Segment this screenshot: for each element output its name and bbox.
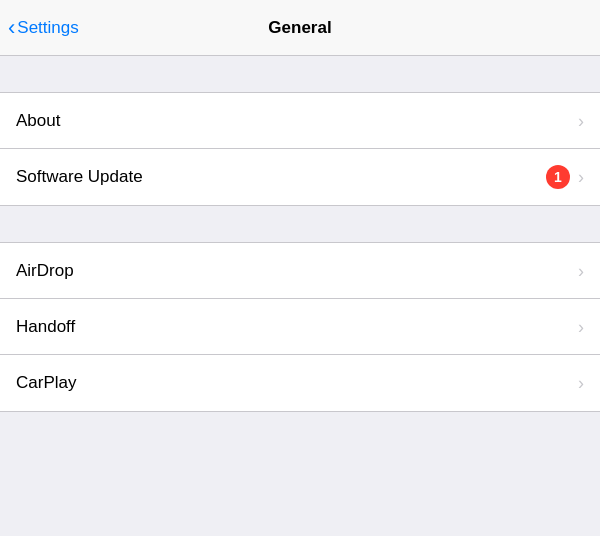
page-title: General [268, 18, 331, 38]
settings-row-handoff[interactable]: Handoff › [0, 299, 600, 355]
handoff-right: › [578, 318, 584, 336]
airdrop-chevron-icon: › [578, 262, 584, 280]
section-spacer-2 [0, 206, 600, 242]
carplay-label: CarPlay [16, 373, 578, 393]
about-label: About [16, 111, 578, 131]
carplay-right: › [578, 374, 584, 392]
airdrop-right: › [578, 262, 584, 280]
settings-row-about[interactable]: About › [0, 93, 600, 149]
handoff-label: Handoff [16, 317, 578, 337]
about-chevron-icon: › [578, 112, 584, 130]
settings-group-2: AirDrop › Handoff › CarPlay › [0, 242, 600, 412]
handoff-chevron-icon: › [578, 318, 584, 336]
about-right: › [578, 112, 584, 130]
settings-row-carplay[interactable]: CarPlay › [0, 355, 600, 411]
software-update-badge: 1 [546, 165, 570, 189]
section-spacer-1 [0, 56, 600, 92]
settings-group-1: About › Software Update 1 › [0, 92, 600, 206]
carplay-chevron-icon: › [578, 374, 584, 392]
software-update-right: 1 › [546, 165, 584, 189]
airdrop-label: AirDrop [16, 261, 578, 281]
settings-row-airdrop[interactable]: AirDrop › [0, 243, 600, 299]
back-button[interactable]: ‹ Settings [8, 17, 79, 39]
software-update-label: Software Update [16, 167, 546, 187]
back-label: Settings [17, 18, 78, 38]
back-chevron-icon: ‹ [8, 17, 15, 39]
nav-bar: ‹ Settings General [0, 0, 600, 56]
software-update-chevron-icon: › [578, 168, 584, 186]
settings-row-software-update[interactable]: Software Update 1 › [0, 149, 600, 205]
